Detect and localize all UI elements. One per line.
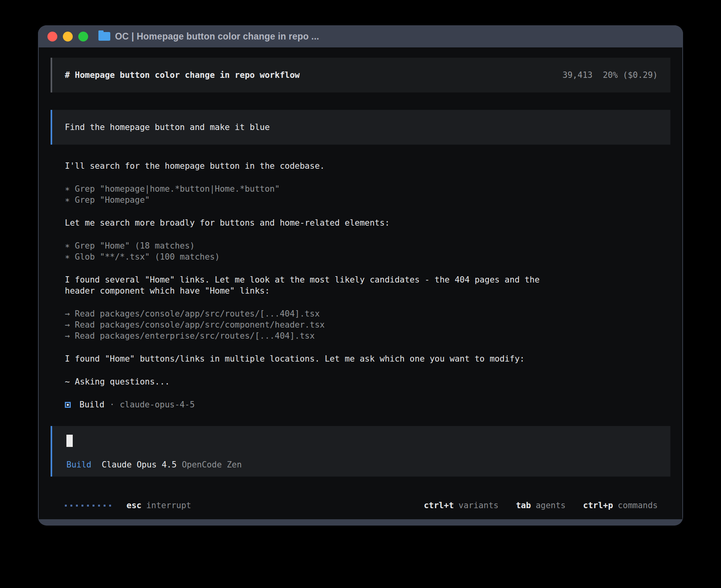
agent-build-icon xyxy=(65,402,71,408)
session-title: # Homepage button color change in repo w… xyxy=(65,70,300,80)
assistant-paragraph: I found "Home" buttons/links in multiple… xyxy=(65,353,670,364)
assistant-text-line: I'll search for the homepage button in t… xyxy=(65,160,670,172)
tool-call-line: → Read packages/console/app/src/componen… xyxy=(65,319,670,330)
tool-call-group: ∗ Grep "homepage|home.*button|Home.*butt… xyxy=(65,183,670,205)
shortcut-hints: ctrl+t variants tab agents ctrl+p comman… xyxy=(406,501,658,510)
interrupt-hint: esc interrupt xyxy=(126,501,191,510)
model-label: Claude Opus 4.5 xyxy=(102,460,177,469)
maximize-button[interactable] xyxy=(78,32,88,41)
interrupt-label: interrupt xyxy=(146,501,191,510)
assistant-paragraph: I'll search for the homepage button in t… xyxy=(65,160,670,172)
variants-label: variants xyxy=(459,501,498,510)
agent-name: Build xyxy=(79,399,104,410)
tool-call-group: → Read packages/console/app/src/routes/[… xyxy=(65,308,670,341)
agent-model: claude-opus-4-5 xyxy=(120,399,195,410)
user-message-text: Find the homepage button and make it blu… xyxy=(65,122,270,132)
assistant-text-line: ~ Asking questions... xyxy=(65,376,670,387)
assistant-text-line: I found "Home" buttons/links in multiple… xyxy=(65,353,670,364)
model-info-row: Build Claude Opus 4.5 OpenCode Zen xyxy=(66,460,658,469)
context-cost: 20% ($0.29) xyxy=(603,70,658,80)
tool-call-line: → Read packages/console/app/src/routes/[… xyxy=(65,308,670,319)
agents-hint: tab agents xyxy=(516,501,566,510)
provider-label: OpenCode Zen xyxy=(182,460,242,469)
assistant-paragraph: I found several "Home" links. Let me loo… xyxy=(65,274,670,296)
variants-hint: ctrl+t variants xyxy=(424,501,498,510)
spinner-dot xyxy=(76,505,78,507)
user-message: Find the homepage button and make it blu… xyxy=(51,110,670,145)
assistant-paragraph: ~ Asking questions... xyxy=(65,376,670,387)
ctrl-t-key-label: ctrl+t xyxy=(424,501,454,510)
tool-call-line: ∗ Glob "**/*.tsx" (100 matches) xyxy=(65,251,670,262)
commands-hint: ctrl+p commands xyxy=(583,501,658,510)
agents-label: agents xyxy=(536,501,566,510)
terminal-window: OC | Homepage button color change in rep… xyxy=(38,25,683,526)
close-button[interactable] xyxy=(47,32,57,41)
session-header: # Homepage button color change in repo w… xyxy=(51,58,670,92)
assistant-text-line: header component which have "Home" links… xyxy=(65,285,670,296)
ctrl-p-key-label: ctrl+p xyxy=(583,501,613,510)
mode-label: Build xyxy=(66,460,91,469)
commands-label: commands xyxy=(618,501,658,510)
prompt-input[interactable]: Build Claude Opus 4.5 OpenCode Zen xyxy=(51,426,670,477)
assistant-messages: I'll search for the homepage button in t… xyxy=(51,160,670,410)
assistant-text-line: I found several "Home" links. Let me loo… xyxy=(65,274,670,285)
tool-call-line: ∗ Grep "Homepage" xyxy=(65,194,670,205)
agent-status-row: Build · claude-opus-4-5 xyxy=(65,399,670,410)
folder-icon xyxy=(98,32,110,41)
session-stats: 39,413 20% ($0.29) xyxy=(562,70,658,80)
titlebar: OC | Homepage button color change in rep… xyxy=(38,25,683,47)
assistant-paragraph: Let me search more broadly for buttons a… xyxy=(65,217,670,228)
tab-key-label: tab xyxy=(516,501,531,510)
spinner-dots xyxy=(65,505,115,507)
minimize-button[interactable] xyxy=(63,32,73,41)
esc-key-label: esc xyxy=(126,501,142,510)
window-title: OC | Homepage button color change in rep… xyxy=(115,31,319,42)
spinner-dot xyxy=(98,505,100,507)
spinner-dot xyxy=(92,505,94,507)
tool-call-group: ∗ Grep "Home" (18 matches) ∗ Glob "**/*.… xyxy=(65,240,670,262)
tool-call-line: → Read packages/enterprise/src/routes/[.… xyxy=(65,330,670,341)
token-count: 39,413 xyxy=(562,70,593,80)
spinner-dot xyxy=(109,505,111,507)
spinner-dot xyxy=(65,505,67,507)
spinner-dot xyxy=(70,505,72,507)
spinner-dot xyxy=(104,505,106,507)
status-bar: esc interrupt ctrl+t variants tab agents… xyxy=(51,495,670,514)
agent-separator: · xyxy=(109,399,115,410)
tool-call-line: ∗ Grep "Home" (18 matches) xyxy=(65,240,670,251)
tool-call-line: ∗ Grep "homepage|home.*button|Home.*butt… xyxy=(65,183,670,194)
assistant-text-line: Let me search more broadly for buttons a… xyxy=(65,217,670,228)
terminal-content: # Homepage button color change in repo w… xyxy=(39,47,682,519)
spinner-dot xyxy=(81,505,83,507)
text-cursor xyxy=(66,435,73,447)
spinner-dot xyxy=(87,505,89,507)
